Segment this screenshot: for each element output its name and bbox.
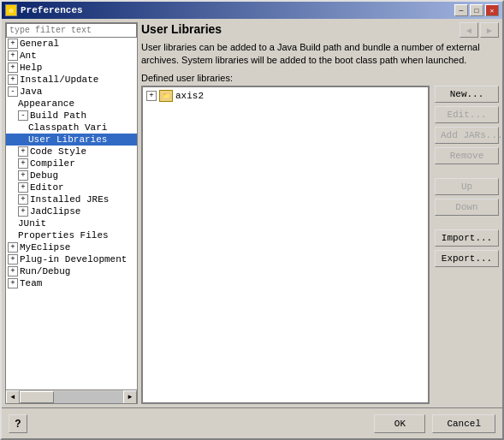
sidebar-item-editor[interactable]: + Editor bbox=[6, 181, 137, 193]
sidebar-item-myeclipse[interactable]: + MyEclipse bbox=[6, 241, 137, 253]
sidebar-item-user-libraries[interactable]: User Libraries bbox=[6, 134, 137, 146]
new-button[interactable]: New... bbox=[435, 86, 499, 103]
list-item[interactable]: + 📁 axis2 bbox=[145, 89, 426, 103]
scroll-thumb[interactable] bbox=[20, 391, 54, 403]
edit-button[interactable]: Edit... bbox=[435, 106, 499, 123]
lib-folder-icon: 📁 bbox=[159, 90, 173, 102]
sidebar-item-appearance[interactable]: Appearance bbox=[6, 98, 137, 110]
sidebar-item-debug[interactable]: + Debug bbox=[6, 169, 137, 181]
page-description: User libraries can be added to a Java Bu… bbox=[141, 41, 499, 68]
title-bar: ⚙ Preferences ─ □ ✕ bbox=[2, 2, 502, 19]
expand-icon[interactable]: + bbox=[18, 146, 28, 157]
sidebar-item-help[interactable]: + Help bbox=[6, 62, 137, 74]
title-bar-left: ⚙ Preferences bbox=[5, 4, 83, 16]
window-icon: ⚙ bbox=[5, 4, 17, 16]
expand-icon[interactable]: + bbox=[8, 278, 18, 288]
sidebar-label: User Libraries bbox=[28, 134, 107, 145]
left-scrollbar: ◄ ► bbox=[6, 389, 137, 403]
left-panel: + General + Ant + Help + Install/Update … bbox=[5, 22, 138, 404]
expand-icon[interactable]: + bbox=[8, 242, 18, 253]
page-title: User Libraries bbox=[141, 22, 222, 36]
library-list[interactable]: + 📁 axis2 bbox=[141, 86, 430, 404]
action-buttons: New... Edit... Add JARs... Remove Up Dow… bbox=[435, 86, 499, 404]
sidebar-label: JadClipse bbox=[30, 206, 80, 217]
sidebar-label: General bbox=[20, 39, 59, 49]
content-area: + General + Ant + Help + Install/Update … bbox=[2, 19, 502, 407]
sidebar-item-build-path[interactable]: - Build Path bbox=[6, 110, 137, 122]
scroll-right-arrow[interactable]: ► bbox=[123, 390, 137, 404]
scroll-left-arrow[interactable]: ◄ bbox=[6, 390, 20, 404]
sidebar-label: Build Path bbox=[30, 110, 86, 121]
sidebar-item-run-debug[interactable]: + Run/Debug bbox=[6, 265, 137, 277]
sidebar-label: Team bbox=[20, 278, 42, 288]
export-button[interactable]: Export... bbox=[435, 250, 499, 267]
sidebar-item-properties-files[interactable]: Properties Files bbox=[6, 229, 137, 241]
add-jars-button[interactable]: Add JARs... bbox=[435, 127, 499, 144]
ok-button[interactable]: OK bbox=[374, 414, 425, 433]
sidebar-item-jadclipse[interactable]: + JadClipse bbox=[6, 205, 137, 217]
sidebar-label: Install/Update bbox=[20, 74, 98, 85]
sidebar-label: JUnit bbox=[18, 218, 46, 229]
lib-name: axis2 bbox=[175, 91, 204, 101]
filter-input[interactable] bbox=[6, 23, 137, 38]
remove-button[interactable]: Remove bbox=[435, 147, 499, 164]
sidebar-label: Plug-in Development bbox=[20, 254, 127, 265]
right-panel: User Libraries ◄ ► User libraries can be… bbox=[141, 22, 499, 404]
sidebar-item-code-style[interactable]: + Code Style bbox=[6, 146, 137, 158]
defined-label: Defined user libraries: bbox=[141, 73, 499, 83]
nav-back-button[interactable]: ◄ bbox=[460, 22, 478, 38]
up-button[interactable]: Up bbox=[435, 178, 499, 195]
sidebar-item-classpath-var[interactable]: Classpath Vari bbox=[6, 122, 137, 134]
sidebar-label: Run/Debug bbox=[20, 266, 70, 276]
sidebar-label: Classpath Vari bbox=[28, 122, 107, 133]
sidebar-label: Editor bbox=[30, 182, 64, 193]
expand-icon[interactable]: + bbox=[8, 254, 18, 265]
sidebar-label: Help bbox=[20, 62, 42, 73]
expand-icon[interactable]: + bbox=[18, 194, 28, 205]
right-header: User Libraries ◄ ► User libraries can be… bbox=[141, 22, 499, 68]
expand-icon[interactable]: - bbox=[18, 110, 28, 121]
sidebar-label: Appearance bbox=[18, 98, 74, 109]
expand-icon[interactable]: + bbox=[8, 74, 18, 85]
sidebar-label: Debug bbox=[30, 170, 58, 181]
sidebar-label: Properties Files bbox=[18, 230, 109, 241]
expand-icon[interactable]: + bbox=[8, 62, 18, 73]
expand-icon[interactable]: + bbox=[18, 158, 28, 169]
title-buttons: ─ □ ✕ bbox=[454, 4, 499, 16]
tree-container: + General + Ant + Help + Install/Update … bbox=[6, 38, 137, 389]
help-button[interactable]: ? bbox=[9, 414, 27, 433]
window-title: Preferences bbox=[21, 5, 83, 15]
import-button[interactable]: Import... bbox=[435, 229, 499, 247]
expand-icon[interactable]: + bbox=[18, 206, 28, 217]
sidebar-item-java[interactable]: - Java bbox=[6, 86, 137, 98]
maximize-button[interactable]: □ bbox=[470, 4, 483, 16]
bottom-bar: ? OK Cancel bbox=[2, 407, 502, 438]
expand-icon[interactable]: + bbox=[18, 182, 28, 193]
sidebar-label: Java bbox=[20, 86, 42, 97]
sidebar-item-compiler[interactable]: + Compiler bbox=[6, 158, 137, 169]
expand-icon[interactable]: + bbox=[8, 39, 18, 49]
library-list-container: + 📁 axis2 bbox=[141, 86, 430, 404]
sidebar-item-installed-jres[interactable]: + Installed JREs bbox=[6, 193, 137, 205]
minimize-button[interactable]: ─ bbox=[454, 4, 468, 16]
expand-icon[interactable]: - bbox=[8, 86, 18, 97]
sidebar-item-install-update[interactable]: + Install/Update bbox=[6, 74, 137, 86]
cancel-button[interactable]: Cancel bbox=[432, 414, 495, 433]
expand-icon[interactable]: + bbox=[8, 51, 18, 61]
lib-expand-icon[interactable]: + bbox=[146, 91, 157, 101]
expand-icon[interactable]: + bbox=[8, 266, 18, 276]
sidebar-label: Installed JREs bbox=[30, 194, 109, 205]
sidebar-item-plugin-development[interactable]: + Plug-in Development bbox=[6, 253, 137, 265]
sidebar-item-ant[interactable]: + Ant bbox=[6, 50, 137, 62]
sidebar-item-team[interactable]: + Team bbox=[6, 277, 137, 289]
scroll-track[interactable] bbox=[20, 391, 123, 403]
down-button[interactable]: Down bbox=[435, 199, 499, 216]
preferences-window: ⚙ Preferences ─ □ ✕ + General + Ant bbox=[0, 0, 504, 440]
sidebar-item-general[interactable]: + General bbox=[6, 38, 137, 50]
expand-icon[interactable]: + bbox=[18, 170, 28, 181]
sidebar-item-junit[interactable]: JUnit bbox=[6, 217, 137, 229]
right-body: + 📁 axis2 New... Edit... Add JARs... Rem… bbox=[141, 86, 499, 404]
nav-forward-button[interactable]: ► bbox=[480, 22, 499, 38]
close-button[interactable]: ✕ bbox=[485, 4, 499, 16]
sidebar-label: Compiler bbox=[30, 158, 75, 169]
